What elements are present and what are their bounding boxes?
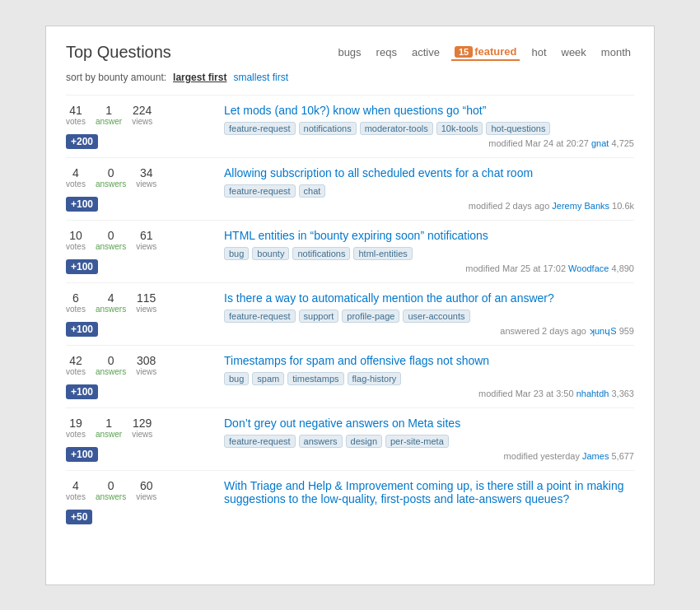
tag[interactable]: spam <box>252 372 284 385</box>
question-content: Is there a way to automatically mention … <box>224 291 634 337</box>
question-title[interactable]: With Triage and Help & Improvement comin… <box>224 479 634 505</box>
tag[interactable]: bug <box>224 372 249 385</box>
bounty-badge: +100 <box>66 197 98 212</box>
stats-row: 41votes1answer224views <box>66 104 214 126</box>
tag[interactable]: bug <box>224 247 249 260</box>
tag[interactable]: feature-request <box>224 435 296 448</box>
view-count: 224 <box>133 104 152 117</box>
vote-block: 42votes <box>66 354 86 376</box>
tag[interactable]: moderator-tools <box>360 122 433 135</box>
left-side: 6votes4answers115views+100 <box>66 291 214 337</box>
user-link[interactable]: Woodface <box>568 263 609 273</box>
nav-tab-featured[interactable]: 15featured <box>451 44 520 61</box>
vote-count: 4 <box>72 166 79 179</box>
view-count: 115 <box>137 291 156 305</box>
vote-block: 4votes <box>66 166 86 189</box>
meta-text: modified Mar 24 at 20:27 <box>488 138 591 148</box>
answer-label: answers <box>96 179 126 189</box>
user-rep: 4,890 <box>609 263 634 273</box>
question-title[interactable]: Timestamps for spam and offensive flags … <box>224 354 634 367</box>
question-title[interactable]: Is there a way to automatically mention … <box>224 291 634 305</box>
answer-block: 1answer <box>96 104 122 126</box>
tag[interactable]: user-accounts <box>403 310 469 323</box>
tag[interactable]: chat <box>299 184 326 198</box>
nav-tab-bugs[interactable]: bugs <box>334 44 364 60</box>
view-label: views <box>136 179 156 189</box>
nav-tab-hot[interactable]: hot <box>528 44 549 60</box>
tag[interactable]: flag-history <box>348 372 402 385</box>
question-meta: modified Mar 24 at 20:27 gnat 4,725 <box>224 138 634 148</box>
tab-badge-featured: 15 <box>455 46 473 58</box>
nav-tab-month[interactable]: month <box>598 44 634 60</box>
user-rep: 10.6k <box>609 201 634 211</box>
view-block: 308views <box>136 354 156 376</box>
tag[interactable]: bounty <box>252 247 289 260</box>
question-item: 10votes0answers61views+100HTML entities … <box>66 220 634 282</box>
answer-label: answer <box>96 117 122 126</box>
vote-label: votes <box>66 305 86 314</box>
question-tags: feature-requestanswersdesignper-site-met… <box>224 435 634 448</box>
view-label: views <box>132 117 152 126</box>
tag[interactable]: support <box>299 310 339 323</box>
tag[interactable]: html-entities <box>353 247 412 260</box>
answer-count: 0 <box>108 166 114 179</box>
answer-count: 0 <box>108 354 114 367</box>
tab-label-active: active <box>412 46 440 58</box>
answer-count: 1 <box>105 104 112 117</box>
vote-count: 4 <box>72 479 79 492</box>
view-count: 61 <box>140 229 153 242</box>
tag[interactable]: design <box>346 435 382 448</box>
left-side: 10votes0answers61views+100 <box>66 229 214 274</box>
view-block: 224views <box>132 104 152 126</box>
view-label: views <box>136 305 156 314</box>
tag[interactable]: feature-request <box>224 310 296 323</box>
sort-smallest-first[interactable]: smallest first <box>233 72 288 83</box>
view-label: views <box>132 430 152 439</box>
vote-label: votes <box>66 117 86 126</box>
question-meta: modified 2 days ago Jeremy Banks 10.6k <box>224 201 634 211</box>
tag[interactable]: per-site-meta <box>385 435 449 448</box>
question-content: Allowing subscription to all scheduled e… <box>224 166 634 211</box>
page-title: Top Questions <box>66 43 171 62</box>
tag[interactable]: profile-page <box>342 310 399 323</box>
nav-tab-reqs[interactable]: reqs <box>373 44 400 60</box>
vote-block: 4votes <box>66 479 86 501</box>
tag[interactable]: hot-questions <box>486 122 550 135</box>
user-link[interactable]: Jeremy Banks <box>552 201 609 211</box>
nav-tab-active[interactable]: active <box>408 44 443 60</box>
tab-label-featured: featured <box>474 45 516 58</box>
question-title[interactable]: Allowing subscription to all scheduled e… <box>224 166 634 179</box>
tag[interactable]: notifications <box>299 122 357 135</box>
tag[interactable]: 10k-tools <box>436 122 483 135</box>
stats-row: 42votes0answers308views <box>66 354 214 376</box>
tag[interactable]: notifications <box>292 247 350 260</box>
question-title[interactable]: HTML entities in “bounty expiring soon” … <box>224 229 634 242</box>
user-link[interactable]: gnat <box>591 138 609 148</box>
question-item: 19votes1answer129views+100Don’t grey out… <box>66 407 634 470</box>
bounty-badge: +100 <box>66 259 98 274</box>
tab-label-bugs: bugs <box>338 46 361 58</box>
nav-tab-week[interactable]: week <box>558 44 590 60</box>
answer-block: 0answers <box>96 479 126 501</box>
stats-row: 4votes0answers34views <box>66 166 214 189</box>
sort-largest-first[interactable]: largest first <box>173 72 226 83</box>
question-item: 6votes4answers115views+100Is there a way… <box>66 282 634 345</box>
user-link[interactable]: nhahtdh <box>576 389 609 398</box>
tag[interactable]: feature-request <box>224 122 296 135</box>
vote-count: 10 <box>69 229 82 242</box>
tag[interactable]: answers <box>299 435 343 448</box>
tag[interactable]: feature-request <box>224 184 296 198</box>
question-title[interactable]: Let mods (and 10k?) know when questions … <box>224 104 634 117</box>
tab-label-week: week <box>562 46 586 58</box>
tag[interactable]: timestamps <box>287 372 343 385</box>
answer-block: 4answers <box>96 291 126 314</box>
sort-label: sort by bounty amount: <box>66 72 166 83</box>
user-link[interactable]: James <box>582 451 609 461</box>
question-title[interactable]: Don’t grey out negative answers on Meta … <box>224 417 634 430</box>
user-link[interactable]: ʞunɥS <box>589 326 617 336</box>
sort-bar: sort by bounty amount: largest first sma… <box>66 72 634 83</box>
answer-label: answers <box>96 367 126 376</box>
vote-block: 41votes <box>66 104 86 126</box>
view-block: 60views <box>136 479 156 501</box>
question-tags: bugspamtimestampsflag-history <box>224 372 634 385</box>
